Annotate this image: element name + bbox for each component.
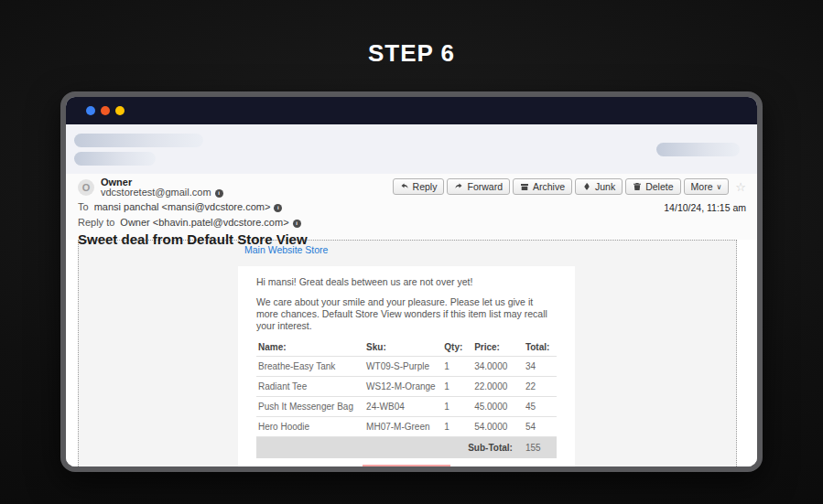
table-cell: 1 xyxy=(442,397,472,417)
header-total: Total: xyxy=(524,338,557,357)
info-icon[interactable]: i xyxy=(274,204,282,212)
skeleton-pill xyxy=(74,134,203,147)
table-cell: 22.0000 xyxy=(472,377,524,397)
sender-email-text: vdcstoretest@gmail.com xyxy=(101,187,211,198)
skeleton-pill xyxy=(656,143,740,156)
header-sku: Sku: xyxy=(364,338,442,357)
table-row: Breathe-Easy TankWT09-S-Purple134.000034 xyxy=(256,357,557,377)
header-qty: Qty: xyxy=(442,338,472,357)
replyto-value: Owner <bhavin.patel@vdcstore.com> xyxy=(120,217,288,228)
table-cell: 34 xyxy=(524,357,557,377)
header-name: Name: xyxy=(256,338,364,357)
window-titlebar xyxy=(66,97,757,124)
delete-button[interactable]: Delete xyxy=(625,178,680,195)
step-title: STEP 6 xyxy=(0,39,823,68)
table-cell: 1 xyxy=(442,417,472,437)
reply-button[interactable]: Reply xyxy=(393,178,445,195)
table-cell: Hero Hoodie xyxy=(256,417,364,437)
to-value: mansi panchal <mansi@vdcstore.com> xyxy=(94,201,271,212)
sender-avatar: O xyxy=(78,179,94,196)
table-cell: WT09-S-Purple xyxy=(364,357,442,377)
email-subject: Sweet deal from Default Store View xyxy=(78,231,744,247)
table-cell: WS12-M-Orange xyxy=(364,377,442,397)
junk-button[interactable]: Junk xyxy=(575,178,623,195)
table-cell: 54.0000 xyxy=(472,417,524,437)
forward-icon xyxy=(454,182,463,191)
table-cell: Radiant Tee xyxy=(256,377,364,397)
more-button[interactable]: More ∨ xyxy=(684,178,730,195)
reply-icon xyxy=(400,182,409,191)
email-content-frame: Main Website Store Hi mansi! Great deals… xyxy=(78,240,737,472)
chevron-down-icon: ∨ xyxy=(716,183,721,191)
archive-icon xyxy=(520,182,529,191)
header-price: Price: xyxy=(472,338,524,357)
browser-chrome-skeleton xyxy=(66,124,757,174)
subtotal-row: Sub-Total: 155 xyxy=(256,437,557,459)
message-body: Main Website Store Hi mansi! Great deals… xyxy=(66,240,757,472)
cart-items-table: Name: Sku: Qty: Price: Total: Breathe-Ea… xyxy=(256,338,557,458)
to-label: To xyxy=(78,201,89,212)
skeleton-pill xyxy=(74,152,156,166)
table-cell: 54 xyxy=(524,417,557,437)
table-cell: MH07-M-Green xyxy=(364,417,442,437)
star-icon[interactable]: ☆ xyxy=(735,180,746,194)
table-cell: 45.0000 xyxy=(472,397,524,417)
table-cell: Breathe-Easy Tank xyxy=(256,357,364,377)
message-toolbar: Reply Forward Archive Junk Delete xyxy=(393,178,746,195)
message-header: O Owner vdcstoretest@gmail.comi Tomansi … xyxy=(66,174,757,240)
forward-button[interactable]: Forward xyxy=(447,178,510,195)
window-control-blue-icon[interactable] xyxy=(86,106,95,115)
replyto-label: Reply to xyxy=(78,217,114,228)
table-cell: 1 xyxy=(442,377,472,397)
greeting-text: Hi mansi! Great deals between us are not… xyxy=(256,276,557,288)
table-header-row: Name: Sku: Qty: Price: Total: xyxy=(256,338,557,357)
table-cell: 45 xyxy=(524,397,557,417)
table-cell: Push It Messenger Bag xyxy=(256,397,364,417)
table-row: Radiant TeeWS12-M-Orange122.000022 xyxy=(256,377,557,397)
email-client-window: O Owner vdcstoretest@gmail.comi Tomansi … xyxy=(60,91,763,472)
subtotal-label: Sub-Total: xyxy=(256,437,524,459)
table-row: Hero HoodieMH07-M-Green154.000054 xyxy=(256,417,557,437)
sender-email: vdcstoretest@gmail.comi xyxy=(101,188,223,198)
window-control-orange-icon[interactable] xyxy=(101,106,110,115)
trash-icon xyxy=(633,182,642,191)
annotation-highlight-box: Your Cart Here xyxy=(363,465,450,472)
table-row: Push It Messenger Bag24-WB04145.000045 xyxy=(256,397,557,417)
intro-text: We care about your smile and your pleasu… xyxy=(256,296,557,332)
junk-flame-icon xyxy=(582,182,591,191)
subtotal-value: 155 xyxy=(524,437,557,459)
info-icon[interactable]: i xyxy=(293,220,301,228)
your-cart-here-button[interactable]: Your Cart Here xyxy=(365,469,448,472)
message-date: 14/10/24, 11:15 am xyxy=(393,202,746,213)
table-cell: 1 xyxy=(442,357,472,377)
window-control-yellow-icon[interactable] xyxy=(115,106,125,115)
table-cell: 34.0000 xyxy=(472,357,524,377)
table-cell: 22 xyxy=(524,377,557,397)
replyto-row: Reply toOwner <bhavin.patel@vdcstore.com… xyxy=(78,217,744,229)
email-card: Hi mansi! Great deals between us are not… xyxy=(238,266,575,472)
archive-button[interactable]: Archive xyxy=(513,178,572,195)
info-icon[interactable]: i xyxy=(215,189,223,198)
table-cell: 24-WB04 xyxy=(364,397,442,417)
